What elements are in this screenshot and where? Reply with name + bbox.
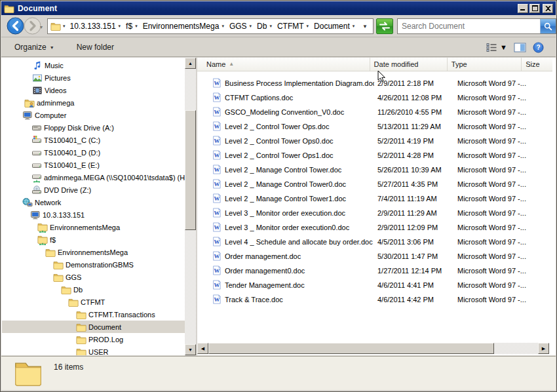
breadcrumb-segment[interactable]: EnvironnementsMega▾ [140, 20, 227, 32]
address-bar[interactable]: ▾ 10.3.133.151▾f$▾EnvironnementsMega▾GGS… [47, 18, 374, 34]
network-drive-icon [31, 172, 42, 183]
recent-pages-dropdown-icon[interactable]: ▾ [40, 24, 43, 30]
chevron-down-icon[interactable]: ▾ [62, 24, 67, 29]
breadcrumb-segment[interactable]: Db▾ [254, 20, 275, 32]
file-row[interactable]: WCTFMT Captions.doc4/26/2011 12:08 PMMic… [197, 90, 552, 105]
file-row[interactable]: WLevel 2 _ Manage Control Tower0.doc5/27… [197, 177, 552, 191]
tree-item[interactable]: adminmega.MEGA (\\SQ100401\tsdata$) (H:) [2, 171, 185, 184]
chevron-down-icon[interactable]: ▾ [269, 24, 274, 29]
forward-button[interactable] [24, 17, 41, 35]
new-folder-button[interactable]: New folder [71, 40, 119, 54]
tree-item[interactable]: EnvironnementsMega [2, 246, 185, 258]
chevron-down-icon[interactable]: ▾ [221, 24, 226, 29]
word-document-icon: W [212, 92, 222, 103]
scroll-up-button[interactable]: ▲ [185, 58, 196, 69]
tree-item[interactable]: Document [2, 321, 185, 333]
column-header-name[interactable]: Name ▲ [197, 58, 370, 71]
tree-item[interactable]: >EnvironnementsMega [2, 221, 185, 233]
maximize-button[interactable] [529, 4, 540, 13]
videos-icon [31, 85, 43, 96]
scroll-down-button[interactable]: ▼ [185, 344, 196, 355]
tree-item[interactable]: PROD.Log [2, 333, 185, 345]
scrollbar-thumb[interactable] [208, 343, 494, 354]
chevron-down-icon[interactable]: ▾ [134, 24, 140, 29]
scroll-left-button[interactable]: ◀ [197, 343, 208, 354]
tree-item[interactable]: DemonstrationGBMS [2, 258, 185, 271]
minimize-button[interactable] [518, 4, 528, 13]
tree-item[interactable]: TS100401_D (D:) [2, 146, 185, 159]
tree-item[interactable]: Computer [2, 109, 185, 121]
file-row[interactable]: WLevel 3 _ Monitor order execution.doc2/… [197, 206, 552, 220]
search-input[interactable] [398, 22, 540, 31]
file-row[interactable]: WOrder management0.doc1/27/2011 12:14 PM… [197, 264, 552, 278]
column-header-size[interactable]: Size [522, 58, 552, 71]
tree-item[interactable]: USER [2, 345, 185, 355]
tree-item[interactable]: Videos [2, 84, 185, 96]
folder-icon [75, 309, 86, 320]
file-row[interactable]: WBusiness Process Implementation Diagram… [197, 76, 552, 90]
word-document-icon: W [212, 193, 222, 204]
address-bar-row: ▾ ▾ 10.3.133.151▾f$▾EnvironnementsMega▾G… [1, 15, 556, 37]
tree-item[interactable]: 10.3.133.151 [2, 208, 185, 221]
svg-text:W: W [214, 296, 220, 303]
tree-item[interactable]: TS100401_C (C:) [2, 134, 185, 146]
svg-text:W: W [214, 94, 220, 101]
breadcrumb-segment[interactable]: f$▾ [123, 20, 140, 32]
tree-item[interactable]: >f$ [2, 233, 185, 246]
address-history-dropdown-icon[interactable]: ▼ [360, 24, 370, 29]
change-view-button[interactable]: ▼ [486, 43, 507, 52]
scroll-right-button[interactable]: ▶ [538, 343, 549, 354]
system-drive-icon [31, 135, 42, 146]
tree-item[interactable]: GGS [2, 271, 185, 283]
tree-item[interactable]: Pictures [2, 71, 185, 84]
word-document-icon: W [212, 121, 222, 132]
svg-text:W: W [214, 138, 220, 144]
search-button[interactable] [540, 19, 556, 33]
tree-item[interactable]: Floppy Disk Drive (A:) [2, 121, 185, 134]
tree-item[interactable]: Music [2, 59, 185, 71]
chevron-down-icon[interactable]: ▾ [306, 24, 311, 29]
word-document-icon: W [212, 237, 222, 247]
breadcrumb-segment[interactable]: GGS▾ [227, 20, 254, 32]
close-button[interactable] [543, 4, 553, 13]
tree-item[interactable]: DVD Drive (Z:) [2, 184, 185, 196]
back-button[interactable] [7, 17, 24, 35]
tree-item[interactable]: CTFMT.Transactions [2, 308, 185, 321]
chevron-down-icon[interactable]: ▾ [249, 24, 254, 29]
tree-item[interactable]: CTFMT [2, 296, 185, 308]
chevron-down-icon[interactable]: ▼ [500, 43, 507, 51]
tree-item[interactable]: Network [2, 196, 185, 208]
breadcrumb-segment[interactable]: 10.3.133.151▾ [67, 20, 124, 32]
file-row[interactable]: WOrder management.doc5/30/2011 1:47 PMMi… [197, 249, 552, 264]
file-row[interactable]: WLevel 4 _ Schedule and allocate buy ord… [197, 235, 552, 249]
column-header-date-modified[interactable]: Date modified [370, 58, 448, 71]
file-row[interactable]: WLevel 2 _ Control Tower Ops1.doc5/2/201… [197, 148, 552, 163]
file-row[interactable]: WTrack & Trace.doc4/6/2011 4:42 PMMicros… [197, 292, 552, 307]
file-row[interactable]: WLevel 2 _ Manage Control Tower1.doc7/4/… [197, 191, 552, 206]
chevron-down-icon[interactable]: ▾ [118, 24, 123, 29]
chevron-down-icon: ▼ [50, 45, 54, 50]
column-header-type[interactable]: Type [448, 58, 522, 71]
file-row[interactable]: WGSCO_Modeling Convention_V0.doc11/26/20… [197, 105, 552, 119]
pictures-icon [31, 73, 43, 83]
word-document-icon: W [212, 107, 222, 117]
file-row[interactable]: WLevel 2 _ Control Tower Ops.doc5/13/201… [197, 119, 552, 134]
scrollbar-thumb[interactable] [185, 110, 196, 230]
refresh-button[interactable] [376, 18, 393, 34]
help-button[interactable]: ? [533, 42, 544, 53]
organize-button[interactable]: Organize ▼ [9, 40, 60, 54]
help-icon: ? [533, 42, 544, 53]
breadcrumb-segment[interactable]: Document▾ [311, 20, 357, 32]
file-row[interactable]: WLevel 3 _ Monitor order execution0.doc2… [197, 220, 552, 235]
breadcrumb-segment[interactable]: CTFMT▾ [275, 20, 311, 32]
tree-item[interactable]: adminmega [2, 96, 185, 109]
preview-pane-button[interactable] [514, 43, 526, 52]
file-row[interactable]: WTender Management.doc4/6/2011 4:41 PMMi… [197, 278, 552, 292]
tree-item[interactable]: Db [2, 283, 185, 296]
folder-icon [52, 260, 64, 270]
file-row[interactable]: WLevel 2 _ Manage Control Tower.doc5/26/… [197, 163, 552, 177]
tree-item[interactable]: TS100401_E (E:) [2, 159, 185, 171]
chevron-down-icon[interactable]: ▾ [352, 24, 357, 29]
user-folder-icon [24, 98, 35, 108]
file-row[interactable]: WLevel 2 _ Control Tower Ops0.doc5/2/201… [197, 134, 552, 148]
